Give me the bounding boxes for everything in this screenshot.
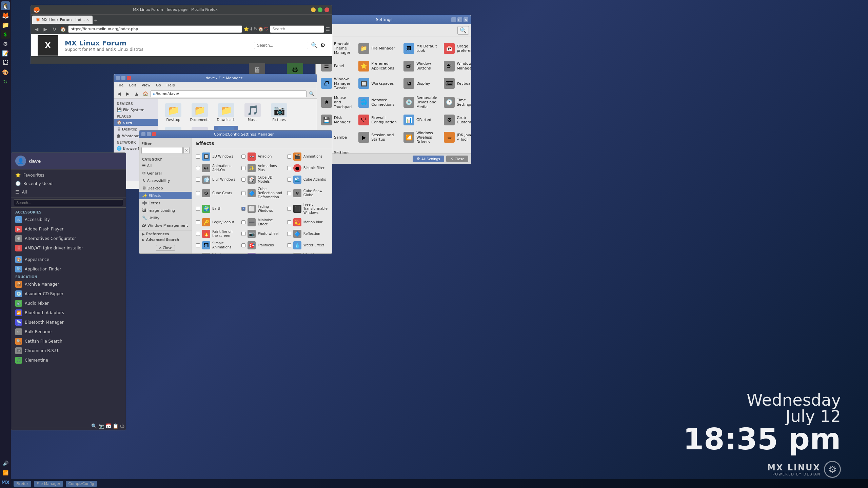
app-item-alternatives-configurator[interactable]: ⚙ Alternatives Configurator (11, 234, 126, 243)
plugin-simple-animations[interactable]: 🎞 Simple Animations (194, 240, 239, 251)
settings-item-file-manager[interactable]: 📁 File Manager (356, 40, 399, 57)
forward-button[interactable]: ▶ (42, 25, 49, 33)
browser-minimize-button[interactable] (311, 7, 316, 12)
power-icon-bottom[interactable]: ⏻ (120, 423, 124, 429)
settings-item-jdk[interactable]: ☕ JDK Java 8 y Tool (442, 129, 471, 146)
compiz-cat-effects[interactable]: ✨ Effects (139, 192, 192, 199)
browser-close-button[interactable] (324, 7, 329, 12)
plugin-cube-gears[interactable]: ⚙ Cube Gears (194, 186, 239, 201)
fm-search-button[interactable]: 🔍 (308, 90, 315, 98)
app-menu-search-input[interactable] (14, 199, 123, 206)
bookmark-icon[interactable]: ⭐ (243, 26, 249, 32)
plugin-animations-check[interactable] (287, 155, 291, 159)
settings-item-mx-default-look[interactable]: 🖼 MX Default Look (401, 40, 439, 57)
plugin-wobbly-windows[interactable]: 〰 Wobbly Windows (285, 251, 330, 253)
fm-up-button[interactable]: ▲ (133, 90, 140, 98)
start-menu-button[interactable]: 🐧 (1, 1, 10, 10)
fm-maximize-button[interactable] (121, 76, 125, 80)
app-item-chromium[interactable]: 🎮 Chromium B.S.U. (11, 346, 126, 355)
plugin-cube-reflection-check[interactable] (241, 191, 245, 195)
volume-taskbar-icon[interactable]: 🔊 (1, 459, 10, 468)
app-item-audio-mixer[interactable]: 🔊 Audio Mixer (11, 299, 126, 308)
plugin-photo-wheel-check[interactable] (241, 232, 245, 236)
plugin-minimise-effect[interactable]: ➖ Minimise Effect (239, 217, 284, 228)
fm-menu-help[interactable]: Help (164, 82, 177, 88)
plugin-animations-plus[interactable]: ✨ Animations Plus (239, 163, 284, 174)
compiz-cat-accessibility[interactable]: ♿ Accessibility (139, 177, 192, 184)
plugin-cube-snow[interactable]: ❄ Cube Snow Globe (285, 186, 330, 201)
app-item-appearance[interactable]: 🎨 Appearance (11, 255, 126, 264)
plugin-3d-windows[interactable]: 🔲 3D Windows (194, 151, 239, 162)
compiz-cat-desktop[interactable]: 🖥 Desktop (139, 184, 192, 192)
plugin-freely-transformable[interactable]: ⬛ Freely Transformable Windows (285, 201, 330, 216)
compiz-cat-extras[interactable]: ➕ Extras (139, 199, 192, 207)
compiz-filter-input[interactable] (141, 147, 183, 154)
settings-item-keyboard[interactable]: ⌨ Keyboard (442, 76, 471, 92)
settings-item-session[interactable]: ▶ Session and Startup (356, 129, 399, 146)
task-icon-bottom[interactable]: 📋 (113, 423, 118, 429)
search-icon-bottom[interactable]: 🔍 (91, 423, 97, 429)
fm-menu-edit[interactable]: Edit (127, 82, 138, 88)
screenshot-icon-bottom[interactable]: 📷 (98, 423, 104, 429)
plugin-window-decoration[interactable]: ✓ 🗗 Window Decoration (194, 251, 239, 253)
plugin-minimise-check[interactable] (241, 220, 245, 224)
settings-item-grub[interactable]: ⚙ Grub Customizer (442, 113, 471, 127)
folder-taskbar-icon[interactable]: 📁 (1, 20, 10, 29)
nav-item-favourites[interactable]: ⭐ Favourites (11, 171, 126, 179)
compiz-cat-utility[interactable]: 🔧 Utility (139, 214, 192, 222)
fm-menu-go[interactable]: Go (154, 82, 163, 88)
app-item-bluetooth-manager[interactable]: 📡 Bluetooth Manager (11, 318, 126, 327)
plugin-paint-fire-check[interactable] (196, 232, 200, 236)
network-taskbar-icon[interactable]: 📶 (1, 468, 10, 477)
plugin-anaglph[interactable]: 👓 Anaglph (239, 151, 284, 162)
app-item-bulk-rename[interactable]: ✏ Bulk Rename (11, 327, 126, 337)
browser-menu-button[interactable]: ☰ (326, 26, 330, 32)
settings-item-preferred-apps[interactable]: ⭐ Preferred Applications (356, 59, 399, 73)
browser-tab-active[interactable]: 🦊 MX Linux Forum - Ind... ✕ (32, 16, 93, 24)
app-item-amd-ati[interactable]: 🖥 AMD/ATI fglrx driver installer (11, 243, 126, 253)
plugin-earth-check[interactable] (196, 207, 200, 211)
fm-folder-desktop[interactable]: 📁 Desktop (161, 102, 185, 123)
settings-item-window-manager[interactable]: 🗗 Window Manager (442, 59, 471, 73)
back-button[interactable]: ◀ (33, 25, 40, 33)
forum-search-input[interactable] (254, 42, 308, 49)
browser-search-bar[interactable]: Search (270, 25, 324, 33)
plugin-cube-3d-models[interactable]: 🎲 Cube 3D Models (239, 174, 284, 185)
browser-maximize-button[interactable] (318, 7, 322, 12)
plugin-cube-snow-check[interactable] (287, 191, 291, 195)
plugin-trailfocus[interactable]: 🎯 Trailfocus (239, 240, 284, 251)
calendar-icon-bottom[interactable]: 📅 (105, 423, 111, 429)
plugin-cube-atlantis-check[interactable] (287, 178, 291, 182)
plugin-water-check[interactable] (287, 243, 291, 247)
plugin-anaglph-check[interactable] (241, 155, 245, 159)
app-item-asunder[interactable]: 💿 Asunder CD Ripper (11, 289, 126, 299)
plugin-animations-plus-check[interactable] (241, 166, 245, 170)
sync-icon[interactable]: ↻ (254, 26, 258, 32)
plugin-motion-blur[interactable]: 💫 Motion blur (285, 217, 330, 228)
plugin-freely-check[interactable] (287, 207, 291, 211)
forum-search-button[interactable]: 🔍 (311, 42, 318, 48)
plugin-animations-addon-check[interactable] (196, 166, 200, 170)
plugin-cube-3d-check[interactable] (241, 178, 245, 182)
paint-taskbar-icon[interactable]: 🎨 (1, 68, 10, 77)
firefox-taskbar-icon[interactable]: 🦊 (1, 11, 10, 20)
reload-button[interactable]: ↻ (51, 25, 58, 33)
fm-folder-downloads[interactable]: 📁 Downloads (214, 102, 238, 123)
settings-item-time[interactable]: 🕐 Time Settings (442, 94, 471, 110)
app-item-clementine[interactable]: 🎵 Clementine (11, 355, 126, 365)
plugin-cube-atlantis[interactable]: 🌊 Cube Atlantis (285, 174, 330, 185)
text-editor-taskbar-icon[interactable]: 📝 (1, 49, 10, 58)
settings-item-gparted[interactable]: 📊 GParted (401, 113, 439, 127)
plugin-blur-check[interactable] (196, 178, 200, 182)
app-item-app-finder[interactable]: 🔍 Application Finder (11, 264, 126, 274)
nav-item-recently-used[interactable]: 🕐 Recently Used (11, 179, 126, 188)
app-item-catfish[interactable]: 🔍 Catfish File Search (11, 337, 126, 346)
fm-place-dave[interactable]: 🏠 dave (114, 119, 158, 126)
plugin-trailfocus-check[interactable] (241, 243, 245, 247)
app-item-archive-manager[interactable]: 📦 Archive Manager (11, 280, 126, 289)
fm-menu-view[interactable]: View (140, 82, 153, 88)
plugin-fading-check[interactable]: ✓ (241, 207, 245, 211)
compiz-cat-all[interactable]: ☰ All (139, 162, 192, 169)
fm-menu-file[interactable]: File (115, 82, 125, 88)
settings-minimize-button[interactable]: ─ (451, 17, 456, 22)
